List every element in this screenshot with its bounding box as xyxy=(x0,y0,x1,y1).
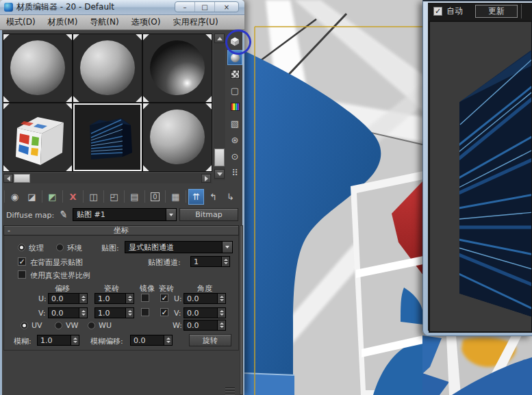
go-sibling-icon: ↳ xyxy=(227,192,234,202)
map-name-combo[interactable]: 贴图 #1 xyxy=(73,208,177,221)
scroll-up-button[interactable] xyxy=(214,34,225,43)
left-arrow-icon xyxy=(7,176,10,181)
title-bar[interactable]: 材质编辑器 - 20 - Default – □ × xyxy=(0,0,244,15)
scroll-right-button[interactable] xyxy=(201,174,211,183)
sample-slot-windows-cube[interactable] xyxy=(3,103,72,171)
go-to-parent-button[interactable]: ↰ xyxy=(205,189,221,205)
resize-grip[interactable] xyxy=(225,390,235,391)
spinner-arrows[interactable] xyxy=(79,308,87,318)
sample-slot-sphere-1[interactable] xyxy=(3,34,72,102)
restore-button[interactable]: □ xyxy=(195,2,215,12)
generate-preview-button[interactable]: ▧ xyxy=(227,116,242,131)
put-to-library-button[interactable]: ▤ xyxy=(127,189,142,205)
v-tile-checkbox[interactable]: ✓ xyxy=(160,308,168,316)
put-material-to-scene-button[interactable]: ◪ xyxy=(24,189,40,205)
v-mirror-checkbox[interactable] xyxy=(141,308,149,316)
vertical-scroll-thumb[interactable] xyxy=(214,149,225,166)
spinner-arrows[interactable] xyxy=(217,294,225,303)
close-button[interactable]: × xyxy=(215,2,238,12)
sample-slot-sphere-dark[interactable] xyxy=(143,34,212,102)
make-material-copy-button[interactable]: ◫ xyxy=(86,189,101,205)
bitmap-button-label: Bitmap xyxy=(195,210,222,219)
sample-slot-blue-streak-cube-selected[interactable] xyxy=(73,103,142,171)
spinner-arrows[interactable] xyxy=(125,308,134,318)
scroll-left-button[interactable] xyxy=(3,174,13,183)
menu-material[interactable]: 材质(M) xyxy=(42,16,84,28)
sample-slot-sphere-3[interactable] xyxy=(143,103,212,171)
w-angle-spinner[interactable]: 0.0 xyxy=(183,320,226,331)
check-icon: ✓ xyxy=(435,7,441,16)
menu-mode[interactable]: 模式(D) xyxy=(0,16,42,28)
use-real-world-scale-checkbox[interactable] xyxy=(18,270,26,279)
show-end-result-button[interactable]: ⇈ xyxy=(188,189,204,205)
blur-spinner[interactable]: 1.0 xyxy=(37,335,79,346)
map-channel-mode-combo[interactable]: 显式贴图通道 xyxy=(125,241,233,253)
spinner-arrows[interactable] xyxy=(164,335,172,345)
sample-uv-tiling-button[interactable]: ▢ xyxy=(227,83,242,98)
u-angle-label: U: xyxy=(174,294,182,303)
v-angle-spinner[interactable]: 0.0 xyxy=(183,307,226,318)
material-id-channel-button[interactable]: 0 xyxy=(147,189,163,205)
show-map-on-back-checkbox[interactable]: ✓ xyxy=(18,257,26,266)
menu-navigation[interactable]: 导航(N) xyxy=(84,16,125,28)
get-material-button[interactable]: ◉ xyxy=(7,189,23,205)
reset-map-button[interactable]: X xyxy=(65,189,81,205)
wu-radio[interactable] xyxy=(88,322,95,329)
bitmap-type-button[interactable]: Bitmap xyxy=(179,208,238,221)
slots-horizontal-scrollbar[interactable] xyxy=(3,173,212,183)
select-by-material-button[interactable]: ⊙ xyxy=(227,149,242,164)
menu-options[interactable]: 选项(O) xyxy=(125,16,167,28)
spinner-arrows[interactable] xyxy=(71,335,79,345)
go-forward-to-sibling-button[interactable]: ↳ xyxy=(223,189,238,205)
rotate-button[interactable]: 旋转 xyxy=(189,334,231,346)
sample-slot-sphere-2[interactable] xyxy=(73,34,142,102)
map-channel-spinner[interactable]: 1 xyxy=(190,256,230,267)
u-tile-checkbox[interactable]: ✓ xyxy=(160,294,168,302)
slots-vertical-scrollbar[interactable] xyxy=(214,34,225,180)
video-color-check-button[interactable] xyxy=(227,99,242,114)
combo-dropdown-button[interactable] xyxy=(222,242,232,253)
options-button[interactable]: ⊛ xyxy=(227,132,242,147)
u-mirror-checkbox[interactable] xyxy=(141,294,149,302)
environment-radio[interactable] xyxy=(56,244,64,251)
spinner-arrows[interactable] xyxy=(125,294,134,303)
right-arrow-icon xyxy=(205,176,208,181)
coordinates-rollout-header[interactable]: - 坐标 xyxy=(3,225,239,235)
horizontal-scroll-thumb[interactable] xyxy=(14,174,30,183)
parameters-scrollbar[interactable] xyxy=(240,225,243,395)
spinner-arrows[interactable] xyxy=(217,320,225,330)
make-unique-button[interactable]: ◰ xyxy=(106,189,122,205)
background-button[interactable] xyxy=(227,66,242,81)
spinner-arrows[interactable] xyxy=(217,308,225,318)
environment-label: 环境 xyxy=(67,243,82,253)
assign-material-to-selection-button[interactable]: ◩ xyxy=(45,189,60,205)
combo-dropdown-button[interactable] xyxy=(166,209,176,220)
resize-grip[interactable] xyxy=(225,387,235,388)
v-angle-label: V: xyxy=(174,309,181,318)
check-icon: ✓ xyxy=(161,294,167,303)
pick-material-eyedropper-icon[interactable]: ✎ xyxy=(59,208,68,220)
v-offset-spinner[interactable]: 0.0 xyxy=(48,307,88,318)
u-angle-spinner[interactable]: 0.0 xyxy=(183,293,226,304)
spinner-arrows[interactable] xyxy=(221,257,229,266)
minimize-button[interactable]: – xyxy=(175,2,195,12)
map-channel-label: 贴图通道: xyxy=(148,257,181,268)
vw-radio[interactable] xyxy=(55,322,62,329)
scroll-down-button[interactable] xyxy=(214,169,225,179)
u-tiling-spinner[interactable]: 1.0 xyxy=(94,293,134,304)
texture-radio[interactable] xyxy=(18,244,25,251)
material-sphere xyxy=(150,110,205,164)
show-shaded-material-in-viewport-button[interactable]: ▦ xyxy=(168,189,183,205)
menu-utilities[interactable]: 实用程序(U) xyxy=(166,16,224,28)
uv-radio[interactable] xyxy=(21,322,28,329)
blur-offset-spinner[interactable]: 0.0 xyxy=(130,335,173,346)
spinner-up-icon xyxy=(128,296,132,298)
auto-checkbox[interactable]: ✓ xyxy=(433,7,442,16)
material-map-navigator-button[interactable]: ⠿ xyxy=(227,165,242,180)
u-offset-spinner[interactable]: 0.0 xyxy=(48,293,88,304)
resize-grip[interactable] xyxy=(225,393,235,394)
spinner-arrows[interactable] xyxy=(79,294,87,303)
v-tiling-spinner[interactable]: 1.0 xyxy=(94,307,134,318)
toolbar-separator xyxy=(186,190,186,203)
update-button[interactable]: 更新 xyxy=(475,5,518,18)
